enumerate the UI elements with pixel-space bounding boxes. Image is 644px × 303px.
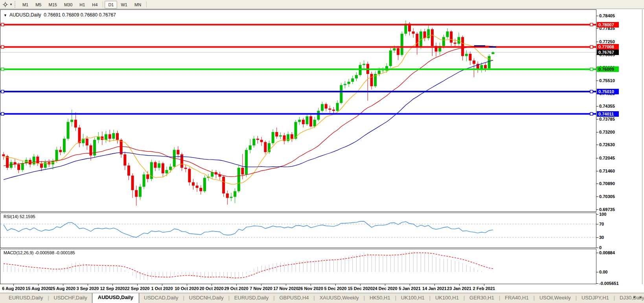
chart-tab-usdjpy-h1[interactable]: USDJPY,H1 [577,293,614,303]
tab-scroll-left-icon[interactable]: ◄ [632,295,636,299]
level-line-handle[interactable] [590,68,593,71]
level-line-handle[interactable] [1,68,4,71]
candle-body [317,111,320,120]
macd-label: MACD(12,26,9) -0.000598 -0.000185 [4,250,75,255]
time-axis-label: 6 Aug 2020 [2,286,25,291]
timeframe-button-h4[interactable]: H4 [88,1,101,9]
candle-body [252,139,255,145]
chart-tab-uk100-h1[interactable]: UK100,H1 [431,293,464,303]
chart-tab-gbpusd-h4[interactable]: GBPUSD,H4 [274,293,313,303]
toolbar-separator [103,1,103,7]
timeframe-button-m30[interactable]: M30 [61,1,76,9]
tab-scroll-right-icon[interactable]: ► [639,295,642,299]
time-axis-label: 22 Sep 2020 [125,286,150,291]
candle-body [378,71,381,74]
trading-platform-window: ▼ M1M5M15M30H1H4 D1W1MN ▼AUDUSD,Daily 0.… [0,0,644,303]
timeframe-buttons-left: M1M5M15M30H1H4 [19,1,101,8]
timeframe-button-h1[interactable]: H1 [76,1,88,9]
price-axis-tick [596,16,598,16]
price-axis-tick [596,119,598,119]
candle-body [162,163,164,173]
chart-tab-hk50-h1[interactable]: HK50,H1 [365,293,395,303]
chart-title-collapse-icon[interactable]: ▼ [4,13,7,17]
macd-axis-label: 0.00 [599,270,607,274]
time-axis-tick [360,284,361,286]
level-price-badge: 0.75010 [597,89,619,94]
macd-signal-line [4,253,493,278]
level-line-handle[interactable] [1,46,4,48]
price-axis-label: 0.73200 [599,130,615,134]
timeframe-button-w1[interactable]: W1 [117,1,131,9]
chart-tab-usoil-weekly[interactable]: USOil,Weekly [535,293,576,303]
level-line-handle[interactable] [590,112,593,115]
rsi-indicator-panel[interactable]: RSI(14) 52.1595 [0,213,596,248]
price-axis[interactable]: 0.784050.778350.772500.766650.760800.755… [596,9,644,284]
candle-body [469,54,471,61]
price-axis-label: 0.71460 [599,169,615,173]
candle-body [393,48,396,51]
time-axis-label: 1 Oct 2020 [151,286,173,291]
toolbar-grip-handle[interactable] [15,2,17,7]
time-axis[interactable]: 6 Aug 202015 Aug 202025 Aug 20203 Sep 20… [0,284,596,292]
cursor-crosshair-icon[interactable] [2,1,8,7]
candle-body [55,150,58,161]
price-axis-tick [596,106,598,107]
timeframe-button-d1[interactable]: D1 [105,1,117,9]
candle-body [431,29,434,46]
chart-tab-audusd-daily[interactable]: AUDUSD,Daily [92,293,139,303]
timeframe-button-mn[interactable]: MN [131,1,145,9]
chart-tab-xauusd-weekly[interactable]: XAUUSD,Weekly [315,293,364,303]
candle-body [446,31,449,37]
chart-tab-usdcad-daily[interactable]: USDCAD,Daily [139,293,183,303]
chart-tab-usdchf-daily[interactable]: USDCHF,Daily [49,293,92,303]
chart-tab-eurusd-daily[interactable]: EURUSD,Daily [4,293,48,303]
rsi-chart-canvas[interactable] [0,213,596,248]
candle-body [332,110,335,111]
chart-tab-usdcnh-daily[interactable]: USDCNH,Daily [184,293,228,303]
candle-body [491,52,494,54]
price-axis-label: 0.72045 [599,156,615,160]
candle-body [146,174,149,179]
candle-body [109,134,111,139]
macd-chart-canvas[interactable] [0,249,596,284]
candle-body [165,170,168,174]
macd-axis-label: 0.00884 [599,250,615,255]
candle-body [222,177,225,194]
chart-tab-fra40-h1[interactable]: FRA40,H1 [500,293,534,303]
level-line-handle[interactable] [1,23,4,26]
timeframe-button-m5[interactable]: M5 [32,1,45,9]
time-axis-label: 5 Dec 2020 [324,286,347,291]
timeframe-button-m15[interactable]: M15 [45,1,60,9]
candle-body [192,182,195,186]
candle-body [309,116,312,127]
candle-body [131,176,134,190]
level-line-handle[interactable] [590,90,593,93]
chart-tab-eurusd-daily[interactable]: EURUSD,Daily [230,293,273,303]
macd-axis-label: -0.005651 [599,281,619,286]
timeframe-toolbar: ▼ M1M5M15M30H1H4 D1W1MN [0,0,644,9]
toolbar-dropdown-caret-icon[interactable]: ▼ [9,3,13,6]
time-axis-label: 10 Oct 2020 [175,286,199,291]
rsi-axis-label: 100 [599,212,606,217]
time-axis-label: 24 Dec 2020 [373,286,397,291]
level-line-handle[interactable] [1,112,4,115]
time-axis-label: 7 Nov 2020 [250,286,272,291]
candlestick-chart-canvas[interactable] [0,10,596,211]
price-axis-label: 0.77250 [599,39,615,44]
candle-body [275,132,278,136]
time-axis-tick [385,284,385,286]
chart-tab-bar: EURUSD,Daily|USDCHF,DailyAUDUSD,DailyUSD… [0,293,644,303]
time-axis-label: 15 Dec 2020 [348,286,373,291]
moving-average-line-26 [4,46,493,177]
main-chart-panel[interactable]: ▼AUDUSD,Daily 0.76691 0.76809 0.76680 0.… [0,9,596,212]
candle-body [154,162,157,168]
level-line-handle[interactable] [1,90,4,93]
chart-tab-uk100-h1[interactable]: UK100,H1 [396,293,429,303]
level-line-handle[interactable] [590,23,593,26]
level-line-handle[interactable] [590,46,593,48]
time-axis-label: 25 Aug 2020 [50,286,75,291]
time-axis-label: 29 Oct 2020 [224,286,248,291]
macd-indicator-panel[interactable]: MACD(12,26,9) -0.000598 -0.000185 [0,249,596,284]
chart-tab-ger30-h1[interactable]: GER30,H1 [465,293,499,303]
timeframe-button-m1[interactable]: M1 [19,1,32,9]
